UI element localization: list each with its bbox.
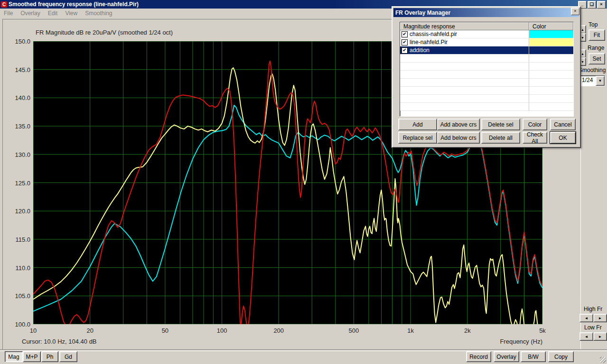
window-title: Smoothed frequency response (line-nahfel… xyxy=(9,1,139,8)
dialog-button-delete-all[interactable]: Delete all xyxy=(481,132,520,144)
overlay-row-line-nahfeld-pir[interactable]: ✔line-nahfeld.Pir xyxy=(400,38,573,46)
color-swatch[interactable] xyxy=(529,38,573,46)
app-icon: C xyxy=(1,1,7,8)
range-label: Range xyxy=(588,45,604,51)
top-label: Top xyxy=(588,21,598,28)
action-button-bw[interactable]: B/W xyxy=(521,351,546,362)
action-button-overlay[interactable]: Overlay xyxy=(494,351,519,362)
x-tick-5k: 5k xyxy=(528,327,557,334)
x-tick-2k: 2k xyxy=(453,327,482,334)
checkbox-icon[interactable]: ✔ xyxy=(402,39,408,46)
dialog-titlebar[interactable]: FR Overlay Manager xyxy=(393,8,579,17)
y-tick-140.0: 140.0 xyxy=(2,94,30,101)
x-tick-1k: 1k xyxy=(396,327,425,334)
smoothing-label: Smoothing xyxy=(579,67,606,73)
high-fr-label: High Fr xyxy=(584,306,602,312)
menu-item-file[interactable]: File xyxy=(0,9,17,18)
low-fr-right-icon[interactable]: ► xyxy=(593,332,607,341)
action-button-record[interactable]: Record xyxy=(466,351,491,362)
overlay-list[interactable]: Magnitude response Color ✔chassis-nahfel… xyxy=(400,22,574,117)
x-tick-500: 500 xyxy=(339,327,368,334)
y-tick-110.0: 110.0 xyxy=(2,264,30,271)
checkbox-icon[interactable]: ✔ xyxy=(402,47,408,54)
overlay-row-empty xyxy=(400,103,573,111)
dialog-button-color[interactable]: Color xyxy=(523,118,547,130)
dialog-close-icon[interactable]: × xyxy=(571,8,579,15)
y-tick-130.0: 130.0 xyxy=(2,151,30,158)
color-cell-empty xyxy=(529,55,573,63)
menu-item-overlay[interactable]: Overlay xyxy=(17,9,44,18)
color-cell-empty xyxy=(529,95,573,103)
dialog-button-cancel[interactable]: Cancel xyxy=(550,118,576,130)
high-fr-left-icon[interactable]: ◄ xyxy=(579,314,593,322)
color-swatch[interactable] xyxy=(529,46,573,55)
dialog-button-check-all[interactable]: Check All xyxy=(523,132,547,144)
window-controls: _ ❏ × xyxy=(577,1,606,9)
dialog-button-delete-sel[interactable]: Delete sel xyxy=(481,118,520,130)
low-fr-left-icon[interactable]: ◄ xyxy=(579,332,593,341)
x-tick-10: 10 xyxy=(19,327,47,334)
restore-icon[interactable]: ❏ xyxy=(588,1,596,9)
fit-button[interactable]: Fit xyxy=(588,29,605,41)
y-tick-100.0: 100.0 xyxy=(2,321,30,328)
dialog-button-ok[interactable]: OK xyxy=(550,132,576,144)
low-fr-label: Low Fr xyxy=(584,324,602,331)
x-tick-20: 20 xyxy=(76,327,104,334)
high-fr-right-icon[interactable]: ► xyxy=(593,314,607,322)
chevron-down-icon[interactable]: ▼ xyxy=(596,76,605,86)
overlay-row-empty xyxy=(400,95,573,103)
overlay-row-chassis-nahfeld-pir[interactable]: ✔chassis-nahfeld.pir xyxy=(400,30,573,38)
color-cell-empty xyxy=(529,63,573,71)
mode-button-ph[interactable]: Ph xyxy=(41,351,58,362)
dialog-title: FR Overlay Manager xyxy=(395,9,450,16)
dialog-button-add-above-crs[interactable]: Add above crs xyxy=(437,118,480,130)
mode-button-mp[interactable]: M+P xyxy=(23,351,41,362)
menu-item-view[interactable]: View xyxy=(61,9,81,18)
app-window: { "window": { "title": "Smoothed frequen… xyxy=(0,0,607,364)
resize-grip[interactable] xyxy=(600,357,606,363)
color-cell-empty xyxy=(529,71,573,79)
y-tick-105.0: 105.0 xyxy=(2,292,30,299)
menu-item-edit[interactable]: Edit xyxy=(44,9,62,18)
y-tick-150.0: 150.0 xyxy=(2,38,30,45)
y-tick-125.0: 125.0 xyxy=(2,180,30,186)
mode-button-gd[interactable]: Gd xyxy=(59,351,77,362)
dialog-button-replace-sel[interactable]: Replace sel xyxy=(398,132,437,144)
close-icon[interactable]: × xyxy=(597,1,606,9)
dialog-button-add[interactable]: Add xyxy=(398,118,437,130)
x-tick-200: 200 xyxy=(264,327,293,334)
color-cell-empty xyxy=(529,103,573,111)
checkbox-icon[interactable]: ✔ xyxy=(402,31,408,37)
overlay-row-empty xyxy=(400,71,573,79)
overlay-row-empty xyxy=(400,63,573,71)
cursor-readout: Cursor: 10.0 Hz, 104.40 dB xyxy=(22,338,97,345)
plot-title: FR Magnitude dB re 20uPa/V (smoothed 1/2… xyxy=(36,29,173,36)
color-cell-empty xyxy=(529,87,573,95)
y-tick-135.0: 135.0 xyxy=(2,123,30,129)
y-tick-120.0: 120.0 xyxy=(2,208,30,214)
overlay-row-label: addition xyxy=(410,47,430,54)
dialog-button-add-below-crs[interactable]: Add below crs xyxy=(437,132,480,144)
overlay-row-empty xyxy=(400,87,573,95)
column-header-color[interactable]: Color xyxy=(529,22,573,30)
overlay-list-header: Magnitude response Color xyxy=(400,22,573,30)
smoothing-select[interactable]: 1/24 ▼ xyxy=(580,75,605,86)
color-cell-empty xyxy=(529,79,573,87)
overlay-row-label: line-nahfeld.Pir xyxy=(410,39,448,46)
column-header-magnitude[interactable]: Magnitude response xyxy=(400,22,529,30)
action-button-copy[interactable]: Copy xyxy=(548,351,574,362)
mode-button-mag[interactable]: Mag xyxy=(5,351,23,362)
smoothing-value: 1/24 xyxy=(580,76,596,86)
y-tick-145.0: 145.0 xyxy=(2,66,30,73)
overlay-row-empty xyxy=(400,55,573,63)
menu-item-smoothing[interactable]: Smoothing xyxy=(81,9,116,18)
set-button[interactable]: Set xyxy=(588,53,605,64)
x-tick-50: 50 xyxy=(151,327,179,334)
overlay-row-addition[interactable]: ✔addition xyxy=(400,46,573,55)
y-tick-115.0: 115.0 xyxy=(2,236,30,243)
color-swatch[interactable] xyxy=(529,30,573,38)
overlay-row-empty xyxy=(400,79,573,87)
overlay-row-label: chassis-nahfeld.pir xyxy=(410,31,457,37)
fr-overlay-manager-dialog: FR Overlay Manager × Magnitude response … xyxy=(392,6,581,148)
x-axis-title: Frequency (Hz) xyxy=(448,338,542,345)
